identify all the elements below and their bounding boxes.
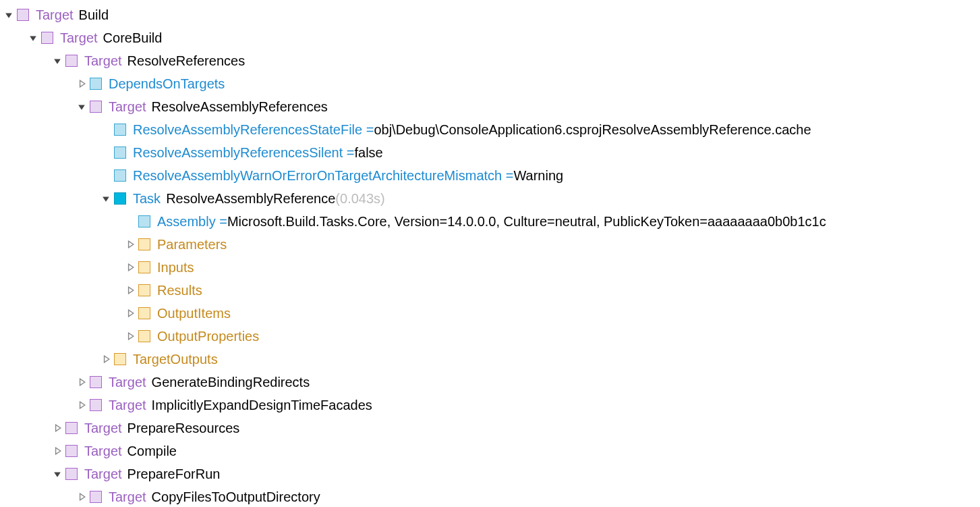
keyword-target: Target: [60, 26, 98, 49]
property-icon: [138, 215, 150, 228]
tree-item-inputs[interactable]: Inputs: [3, 256, 980, 279]
tree-item-target-genbindingredirects[interactable]: TargetGenerateBindingRedirects: [3, 371, 980, 394]
label-prop-key-statefile: ResolveAssemblyReferencesStateFile =: [133, 118, 374, 141]
target-icon: [90, 376, 102, 388]
label-prop-val-assembly: Microsoft.Build.Tasks.Core, Version=14.0…: [227, 210, 826, 233]
label-corebuild: CoreBuild: [103, 26, 163, 49]
label-prop-val-silent: false: [355, 141, 383, 164]
label-task-rar: ResolveAssemblyReference: [166, 187, 335, 210]
label-prop-val-statefile: obj\Debug\ConsoleApplication6.csprojReso…: [374, 118, 811, 141]
expand-toggle-collapsed-icon[interactable]: [125, 285, 136, 296]
label-resolveassemblyreferences: ResolveAssemblyReferences: [152, 95, 328, 118]
expand-toggle-collapsed-icon[interactable]: [100, 354, 111, 365]
expand-toggle-collapsed-icon[interactable]: [76, 377, 87, 388]
tree-item-target-resolvereferences[interactable]: TargetResolveReferences: [3, 49, 980, 72]
expand-toggle-expanded-icon[interactable]: [52, 469, 63, 479]
label-resolvereferences: ResolveReferences: [127, 49, 246, 72]
tree-item-task-rar[interactable]: TaskResolveAssemblyReference (0.043s): [3, 187, 980, 210]
tree-item-target-resolveassemblyreferences[interactable]: TargetResolveAssemblyReferences: [3, 95, 980, 118]
target-icon: [65, 422, 78, 434]
expand-toggle-expanded-icon[interactable]: [76, 101, 87, 112]
label-outputproperties: OutputProperties: [157, 325, 259, 348]
target-icon: [65, 468, 78, 480]
keyword-target: Target: [109, 394, 146, 417]
expand-toggle-expanded-icon[interactable]: [3, 9, 14, 20]
tree-item-target-compile[interactable]: TargetCompile: [3, 439, 980, 462]
tree-item-targetoutputs[interactable]: TargetOutputs: [3, 348, 980, 371]
keyword-target: Target: [109, 95, 146, 118]
tree-item-target-corebuild[interactable]: TargetCoreBuild: [3, 26, 980, 49]
tree-item-results[interactable]: Results: [3, 279, 980, 302]
expand-toggle-collapsed-icon[interactable]: [76, 400, 87, 410]
keyword-target: Target: [84, 49, 122, 72]
tree-item-target-prepareforrun[interactable]: TargetPrepareForRun: [3, 462, 980, 485]
folder-icon: [138, 238, 150, 250]
expand-toggle-expanded-icon[interactable]: [28, 32, 38, 43]
label-build: Build: [79, 3, 109, 26]
tree-item-prop-assembly[interactable]: Assembly = Microsoft.Build.Tasks.Core, V…: [3, 210, 980, 233]
expand-toggle-collapsed-icon[interactable]: [52, 423, 63, 433]
expand-toggle-collapsed-icon[interactable]: [76, 78, 87, 89]
label-prop-key-archmismatch: ResolveAssemblyWarnOrErrorOnTargetArchit…: [133, 164, 513, 187]
folder-icon: [90, 78, 102, 90]
label-prop-key-silent: ResolveAssemblyReferencesSilent =: [133, 141, 355, 164]
keyword-target: Target: [84, 417, 122, 439]
label-targetoutputs: TargetOutputs: [133, 348, 218, 371]
label-prepareresources: PrepareResources: [127, 417, 240, 439]
tree-item-outputproperties[interactable]: OutputProperties: [3, 325, 980, 348]
folder-icon: [114, 353, 126, 365]
label-results: Results: [157, 279, 202, 302]
property-icon: [114, 169, 126, 182]
folder-icon: [138, 307, 150, 319]
tree-item-parameters[interactable]: Parameters: [3, 233, 980, 256]
label-prop-val-archmismatch: Warning: [513, 164, 563, 187]
tree-item-prop-silent[interactable]: ResolveAssemblyReferencesSilent = false: [3, 141, 980, 164]
label-prop-key-assembly: Assembly =: [157, 210, 227, 233]
label-task-rar-time: (0.043s): [335, 187, 384, 210]
keyword-target: Target: [36, 3, 74, 26]
tree-item-prop-archmismatch[interactable]: ResolveAssemblyWarnOrErrorOnTargetArchit…: [3, 164, 980, 187]
target-icon: [90, 491, 102, 503]
keyword-task: Task: [133, 187, 161, 210]
target-icon: [65, 445, 78, 457]
expand-toggle-collapsed-icon[interactable]: [125, 308, 136, 319]
tree-item-target-implicitlyexpand[interactable]: TargetImplicitlyExpandDesignTimeFacades: [3, 394, 980, 417]
task-icon: [114, 192, 126, 205]
target-icon: [90, 399, 102, 411]
tree-item-outputitems[interactable]: OutputItems: [3, 302, 980, 325]
label-parameters: Parameters: [157, 233, 227, 256]
folder-icon: [138, 284, 150, 296]
label-implicitlyexpand: ImplicitlyExpandDesignTimeFacades: [152, 394, 372, 417]
expand-toggle-collapsed-icon[interactable]: [125, 262, 136, 273]
label-genbindingredirects: GenerateBindingRedirects: [152, 371, 310, 394]
keyword-target: Target: [84, 439, 122, 462]
keyword-target: Target: [109, 485, 146, 507]
keyword-target: Target: [84, 462, 122, 485]
folder-icon: [138, 261, 150, 273]
expand-toggle-collapsed-icon[interactable]: [125, 331, 136, 342]
label-compile: Compile: [127, 439, 177, 462]
target-icon: [17, 9, 29, 21]
target-icon: [65, 55, 78, 67]
expand-toggle-collapsed-icon[interactable]: [125, 239, 136, 250]
label-prepareforrun: PrepareForRun: [127, 462, 221, 485]
keyword-target: Target: [109, 371, 146, 394]
expand-toggle-collapsed-icon[interactable]: [76, 491, 87, 502]
tree-item-target-build[interactable]: TargetBuild: [3, 3, 980, 26]
target-icon: [41, 32, 53, 44]
folder-icon: [138, 330, 150, 342]
label-dependsontargets: DependsOnTargets: [109, 72, 225, 95]
tree-item-dependsontargets[interactable]: DependsOnTargets: [3, 72, 980, 95]
tree-item-target-prepareresources[interactable]: TargetPrepareResources: [3, 417, 980, 439]
expand-toggle-collapsed-icon[interactable]: [52, 446, 63, 456]
expand-toggle-expanded-icon[interactable]: [52, 55, 63, 66]
property-icon: [114, 124, 126, 136]
tree-item-prop-statefile[interactable]: ResolveAssemblyReferencesStateFile = obj…: [3, 118, 980, 141]
tree-item-target-copyfiles[interactable]: TargetCopyFilesToOutputDirectory: [3, 485, 980, 507]
label-inputs: Inputs: [157, 256, 194, 279]
target-icon: [90, 101, 102, 113]
label-copyfiles: CopyFilesToOutputDirectory: [152, 485, 320, 507]
label-outputitems: OutputItems: [157, 302, 231, 325]
property-icon: [114, 146, 126, 159]
expand-toggle-expanded-icon[interactable]: [100, 193, 111, 204]
